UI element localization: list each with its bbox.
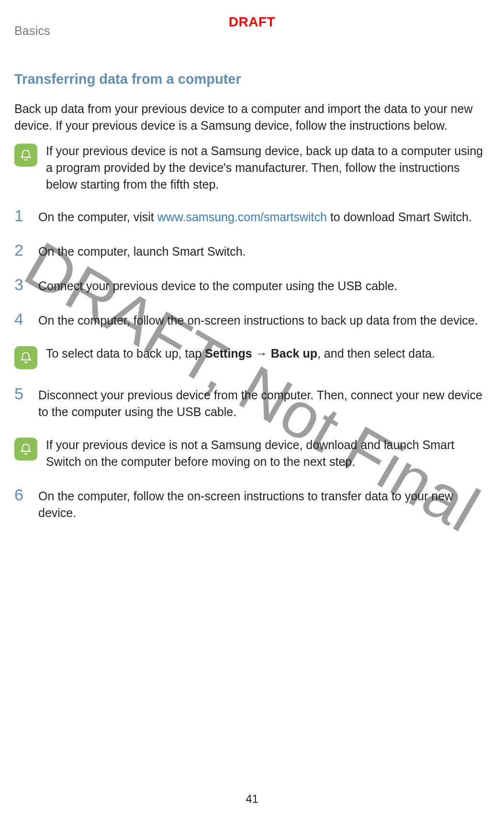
step-body: Disconnect your previous device from the… bbox=[38, 385, 490, 420]
note-text-intro: If your previous device is not a Samsung… bbox=[46, 143, 490, 193]
step-2: 2 On the computer, launch Smart Switch. bbox=[14, 242, 490, 260]
step-body: On the computer, visit www.samsung.com/s… bbox=[38, 207, 472, 225]
note-text-step5: If your previous device is not a Samsung… bbox=[46, 437, 490, 470]
bell-icon bbox=[14, 438, 37, 461]
step-3: 3 Connect your previous device to the co… bbox=[14, 276, 490, 294]
note-select-arrow: → bbox=[252, 347, 271, 360]
step1-suffix: to download Smart Switch. bbox=[327, 210, 472, 224]
note-select-suffix: , and then select data. bbox=[317, 347, 435, 360]
note-select-bold1: Settings bbox=[205, 347, 252, 360]
intro-paragraph: Back up data from your previous device t… bbox=[14, 101, 490, 134]
page-number: 41 bbox=[0, 792, 504, 806]
step-6: 6 On the computer, follow the on-screen … bbox=[14, 486, 490, 521]
step-1: 1 On the computer, visit www.samsung.com… bbox=[14, 207, 490, 225]
main-content: Transferring data from a computer Back u… bbox=[14, 71, 490, 521]
note-block-intro: If your previous device is not a Samsung… bbox=[14, 143, 490, 193]
note-text-select-data: To select data to back up, tap Settings … bbox=[46, 345, 435, 362]
step-body: On the computer, follow the on-screen in… bbox=[38, 486, 490, 521]
smartswitch-link[interactable]: www.samsung.com/smartswitch bbox=[157, 210, 327, 224]
step-number: 5 bbox=[14, 385, 28, 402]
steps-list-cont2: 6 On the computer, follow the on-screen … bbox=[14, 486, 490, 521]
step-4: 4 On the computer, follow the on-screen … bbox=[14, 311, 490, 329]
step-number: 1 bbox=[14, 207, 28, 224]
step-body: On the computer, follow the on-screen in… bbox=[38, 311, 478, 329]
step-body: Connect your previous device to the comp… bbox=[38, 276, 397, 294]
step-number: 6 bbox=[14, 486, 28, 503]
note-block-step5: If your previous device is not a Samsung… bbox=[14, 437, 490, 470]
step1-prefix: On the computer, visit bbox=[38, 210, 157, 224]
steps-list: 1 On the computer, visit www.samsung.com… bbox=[14, 207, 490, 329]
bell-icon bbox=[14, 346, 37, 369]
note-block-select-data: To select data to back up, tap Settings … bbox=[14, 345, 490, 369]
steps-list-cont: 5 Disconnect your previous device from t… bbox=[14, 385, 490, 420]
step-body: On the computer, launch Smart Switch. bbox=[38, 242, 246, 260]
step-number: 2 bbox=[14, 242, 28, 258]
step-5: 5 Disconnect your previous device from t… bbox=[14, 385, 490, 420]
section-title: Transferring data from a computer bbox=[14, 71, 490, 87]
step-number: 3 bbox=[14, 276, 28, 293]
draft-stamp-top: DRAFT bbox=[0, 14, 504, 30]
step-number: 4 bbox=[14, 311, 28, 327]
document-page: Basics DRAFT DRAFT, Not Final Transferri… bbox=[0, 0, 504, 823]
bell-icon bbox=[14, 144, 37, 167]
note-select-prefix: To select data to back up, tap bbox=[46, 347, 205, 360]
note-select-bold2: Back up bbox=[271, 347, 317, 360]
